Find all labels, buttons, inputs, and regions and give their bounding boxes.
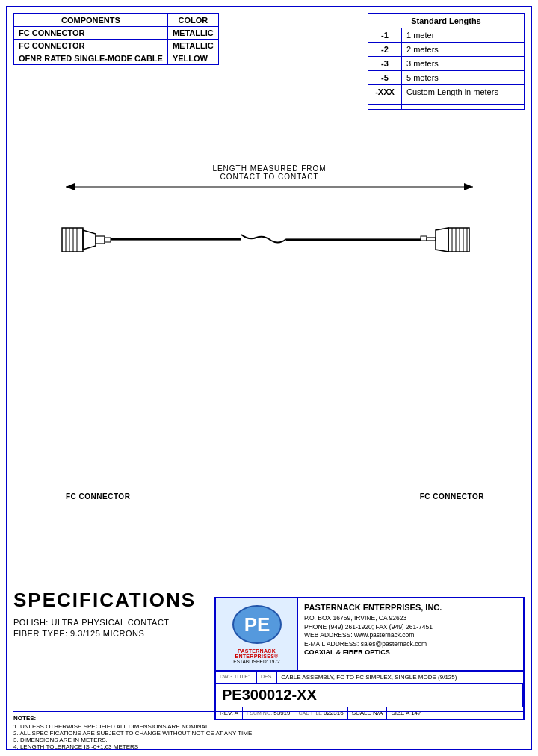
svg-rect-18 — [448, 228, 469, 252]
phone: PHONE (949) 261-1920; FAX (949) 261-7451 — [304, 623, 517, 630]
part-number-row: PE300012-XX — [216, 683, 523, 707]
title-row-1: DWG TITLE: DES. CABLE ASSEMBLY, FC TO FC… — [216, 671, 523, 683]
company-name: PASTERNACK ENTERPRISES, INC. — [304, 603, 517, 612]
po-box: P.O. BOX 16759, IRVINE, CA 92623 — [304, 614, 517, 622]
pe-logo: PE — [231, 604, 283, 645]
table-row: -55 meters — [368, 71, 525, 85]
company-info: PASTERNACK ENTERPRISES, INC. P.O. BOX 16… — [298, 598, 523, 670]
color-header: COLOR — [167, 14, 218, 27]
svg-marker-2 — [464, 183, 473, 190]
des-label: DES. — [257, 672, 277, 683]
svg-rect-15 — [421, 236, 427, 241]
connector-label-right: FC CONNECTOR — [420, 492, 484, 501]
logo-est: ESTABLISHED: 1972 — [233, 659, 279, 664]
des-value: CABLE ASSEMBLY, FC TO FC SIMPLEX, SINGLE… — [277, 672, 523, 683]
lengths-table: Standard Lengths -11 meter-22 meters-33 … — [368, 13, 525, 110]
note-1: 1. UNLESS OTHERWISE SPECIFIED ALL DIMENS… — [13, 723, 525, 730]
table-row: FC CONNECTORMETALLIC — [14, 27, 219, 40]
logo-tagline: PASTERNACK ENTERPRISES® — [219, 648, 294, 659]
notes-title: NOTES: — [13, 715, 525, 722]
table-row — [368, 99, 525, 105]
notes-section: NOTES: 1. UNLESS OTHERWISE SPECIFIED ALL… — [13, 711, 525, 750]
note-3: 3. DIMENSIONS ARE IN METERS. — [13, 737, 525, 743]
components-table: COMPONENTS COLOR FC CONNECTORMETALLICFC … — [13, 13, 219, 65]
table-row: -22 meters — [368, 43, 525, 57]
components-header: COMPONENTS — [14, 14, 168, 27]
email: E-MAIL ADDRESS: sales@pasternack.com — [304, 640, 517, 648]
svg-rect-16 — [427, 238, 436, 241]
table-row: FC CONNECTORMETALLIC — [14, 40, 219, 52]
table-row: -XXXCustom Length in meters — [368, 85, 525, 99]
table-row: -33 meters — [368, 57, 525, 71]
table-row: -11 meter — [368, 28, 525, 43]
note-4: 4. LENGTH TOLERANCE IS -0+1.63 METERS — [13, 743, 525, 750]
svg-rect-10 — [105, 238, 111, 242]
drw-title-label: DWG TITLE: — [216, 672, 257, 683]
svg-marker-1 — [66, 183, 75, 190]
division: COAXIAL & FIBER OPTICS — [304, 648, 517, 656]
connector-label-left: FC CONNECTOR — [66, 492, 130, 501]
company-header: PE PASTERNACK ENTERPRISES® ESTABLISHED: … — [216, 598, 523, 671]
cable-svg — [21, 164, 518, 314]
svg-rect-3 — [62, 228, 83, 252]
table-row: OFNR RATED SINGLE-MODE CABLEYELLOW — [14, 52, 219, 65]
drawing-area: LENGTH MEASURED FROM CONTACT TO CONTACT — [13, 120, 525, 508]
svg-marker-17 — [436, 228, 448, 252]
lengths-title: Standard Lengths — [368, 14, 525, 28]
company-block: PE PASTERNACK ENTERPRISES® ESTABLISHED: … — [214, 597, 525, 720]
svg-marker-8 — [83, 230, 96, 250]
web: WEB ADDRESS: www.pasternack.com — [304, 631, 517, 639]
part-number: PE300012-XX — [222, 687, 317, 704]
logo-area: PE PASTERNACK ENTERPRISES® ESTABLISHED: … — [216, 598, 298, 670]
svg-rect-9 — [96, 236, 105, 244]
svg-text:PE: PE — [244, 613, 270, 636]
note-2: 2. ALL SPECIFICATIONS ARE SUBJECT TO CHA… — [13, 730, 525, 737]
table-row — [368, 105, 525, 110]
